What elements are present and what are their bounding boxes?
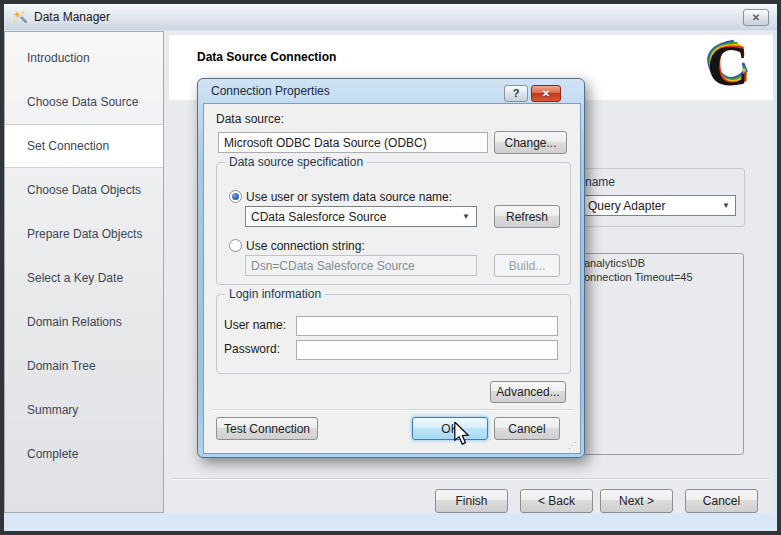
next-button[interactable]: Next > bbox=[600, 489, 673, 513]
dialog-close-button[interactable]: ✕ bbox=[531, 85, 561, 102]
dialog-client-area: Data source: Microsoft ODBC Data Source … bbox=[203, 103, 581, 454]
use-connection-string-radio-label: Use connection string: bbox=[246, 239, 365, 253]
wand-icon bbox=[13, 10, 30, 27]
adapter-dropdown-value: Query Adapter bbox=[588, 199, 665, 213]
chevron-down-icon: ▼ bbox=[722, 201, 730, 210]
build-button: Build... bbox=[494, 254, 560, 277]
resize-grip[interactable]: ⋰ bbox=[568, 442, 576, 450]
connection-info-line2: onnection Timeout=45 bbox=[584, 271, 693, 283]
sidebar-item-introduction[interactable]: Introduction bbox=[5, 36, 163, 80]
page-title: Data Source Connection bbox=[197, 50, 336, 64]
sidebar-item-set-connection[interactable]: Set Connection bbox=[5, 124, 163, 168]
adapter-dropdown[interactable]: Query Adapter ▼ bbox=[583, 195, 736, 216]
logo-letter-black: C bbox=[707, 35, 749, 97]
close-icon: ✕ bbox=[752, 12, 760, 23]
test-connection-button[interactable]: Test Connection bbox=[216, 417, 318, 440]
spec-group-caption: Data source specification bbox=[225, 155, 367, 169]
password-field[interactable] bbox=[296, 340, 558, 360]
sidebar-item-choose-data-source[interactable]: Choose Data Source bbox=[5, 80, 163, 124]
use-dsn-radio-label: Use user or system data source name: bbox=[246, 190, 452, 204]
sidebar-item-complete[interactable]: Complete bbox=[5, 432, 163, 476]
cdata-logo: C C C C C bbox=[693, 35, 767, 99]
data-source-value-box: Microsoft ODBC Data Source (ODBC) bbox=[218, 132, 488, 153]
back-button[interactable]: < Back bbox=[520, 489, 593, 513]
use-connection-string-radio[interactable] bbox=[229, 239, 242, 252]
dialog-title: Connection Properties bbox=[211, 84, 330, 98]
radio-dot bbox=[232, 193, 239, 200]
mouse-cursor bbox=[451, 422, 473, 446]
sidebar-item-domain-tree[interactable]: Domain Tree bbox=[5, 344, 163, 388]
dialog-cancel-button[interactable]: Cancel bbox=[494, 417, 560, 440]
adapter-name-label: name bbox=[585, 175, 615, 189]
use-dsn-radio[interactable] bbox=[229, 190, 242, 203]
dialog-help-button[interactable]: ? bbox=[504, 85, 528, 102]
user-name-label: User name: bbox=[224, 318, 286, 332]
dsn-dropdown[interactable]: CData Salesforce Source ▼ bbox=[245, 206, 477, 227]
ok-button[interactable]: OK bbox=[412, 417, 488, 440]
sidebar-item-summary[interactable]: Summary bbox=[5, 388, 163, 432]
dialog-separator bbox=[212, 409, 574, 410]
refresh-button[interactable]: Refresh bbox=[494, 205, 560, 228]
advanced-button[interactable]: Advanced... bbox=[490, 381, 566, 403]
data-source-label: Data source: bbox=[216, 112, 284, 126]
dsn-dropdown-value: CData Salesforce Source bbox=[251, 210, 386, 224]
login-group-caption: Login information bbox=[225, 287, 325, 301]
close-icon: ✕ bbox=[542, 88, 550, 99]
sidebar-item-select-a-key-date[interactable]: Select a Key Date bbox=[5, 256, 163, 300]
connection-properties-dialog: Connection Properties ? ✕ Data source: M… bbox=[197, 78, 585, 458]
sidebar-item-domain-relations[interactable]: Domain Relations bbox=[5, 300, 163, 344]
wizard-sidebar: Introduction Choose Data Source Set Conn… bbox=[4, 31, 164, 513]
window-title: Data Manager bbox=[34, 10, 110, 24]
user-name-field[interactable] bbox=[296, 316, 558, 336]
finish-button[interactable]: Finish bbox=[435, 489, 508, 513]
sidebar-item-choose-data-objects[interactable]: Choose Data Objects bbox=[5, 168, 163, 212]
help-icon: ? bbox=[513, 87, 520, 99]
connection-string-box: Dsn=CData Salesforce Source bbox=[245, 255, 477, 276]
titlebar[interactable]: Data Manager bbox=[4, 4, 777, 30]
footer-separator bbox=[172, 478, 769, 479]
change-button[interactable]: Change... bbox=[494, 131, 567, 154]
window-close-button[interactable]: ✕ bbox=[743, 9, 769, 26]
cancel-button[interactable]: Cancel bbox=[685, 489, 758, 513]
chevron-down-icon: ▼ bbox=[462, 212, 470, 221]
sidebar-item-prepare-data-objects[interactable]: Prepare Data Objects bbox=[5, 212, 163, 256]
password-label: Password: bbox=[224, 342, 280, 356]
connection-info-line1: analytics\DB bbox=[584, 257, 645, 269]
window-frame: Data Manager ✕ Introduction Choose Data … bbox=[0, 0, 781, 535]
